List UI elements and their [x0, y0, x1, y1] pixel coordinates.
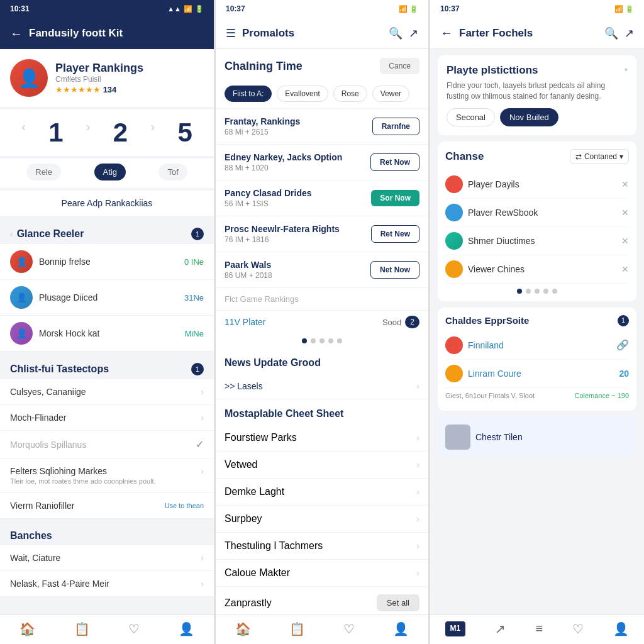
player-profile: 👤 Player Rankings Cmflets Puisil ★★★★★★ … [0, 49, 214, 107]
chanse-section: Chanse ⇄ Contaned ▾ Player Dayils ✕ [438, 142, 636, 301]
filter-chip-0[interactable]: Fiist to A: [225, 86, 272, 102]
pred-btn-0[interactable]: Seconal [447, 108, 495, 126]
rank-btn-4[interactable]: Net Now [370, 261, 419, 279]
bottom-nav-list-3[interactable]: ≡ [535, 621, 543, 636]
rank-btn-2[interactable]: Sor Now [371, 190, 419, 206]
pred-btn-1[interactable]: Nov Builed [500, 108, 558, 126]
news-item-1[interactable]: >> Lasels › [216, 374, 428, 399]
bottom-nav-home-1[interactable]: 🏠 [19, 621, 35, 636]
bottom-nav-list-2[interactable]: 📋 [289, 621, 305, 636]
player-sub: Cmflets Puisil [55, 75, 143, 84]
cs-item-4[interactable]: Thestuling I Tachmers › [216, 533, 428, 560]
player-rating: 134 [103, 85, 117, 94]
ranking-title-1: Edney Narkey, Jacks Option [225, 152, 370, 162]
branch-name-1: Wait, Ciature [10, 553, 60, 563]
bottom-nav-profile-1[interactable]: 👤 [179, 621, 194, 636]
ranking-info-4: Paark Wals 86 UM + 2018 [225, 260, 370, 280]
back-button-3[interactable]: ← [440, 26, 453, 40]
avatar-2: 👤 [10, 286, 33, 309]
checklist-item-4[interactable]: Felters Sqliohing Markes › Tleir loe, mo… [0, 458, 214, 493]
list-item-3: 👤 Morsk Hock kat MiNe [0, 316, 214, 352]
chaldes-item-1[interactable]: Linram Coure 20 [445, 360, 629, 388]
search-button-3[interactable]: 🔍 [604, 26, 618, 40]
checklist-item-2[interactable]: Moch-Flinader › [0, 405, 214, 431]
checklist-name-5: Vierm Raniofiller [10, 501, 74, 511]
tab-rele[interactable]: Rele [26, 164, 61, 180]
filter-chip-1[interactable]: Evallovent [277, 86, 328, 102]
share-button-3[interactable]: ↗ [625, 26, 634, 40]
plater-link[interactable]: 11V Plater [225, 317, 265, 327]
close-x-1[interactable]: ✕ [621, 208, 629, 218]
set-all-btn[interactable]: Set all [377, 594, 419, 611]
bottom-nav-home-2[interactable]: 🏠 [235, 621, 251, 636]
cs-item-0[interactable]: Fourstiew Parks › [216, 425, 428, 452]
nav-title-3: Farter Fochels [459, 27, 598, 40]
back-button-1[interactable]: ← [10, 26, 23, 41]
close-x-0[interactable]: ✕ [621, 179, 629, 189]
add-rankings-btn[interactable]: Peare Adp Rankackiias [0, 191, 214, 216]
checklist-item-5[interactable]: Vierm Raniofiller Use to thean [0, 493, 214, 519]
bottom-nav-share-3[interactable]: ↗ [495, 621, 506, 636]
cs-item-2[interactable]: Demke Laght › [216, 479, 428, 506]
chaldes-item-0[interactable]: Finniland 🔗 [445, 331, 629, 360]
bottom-nav-fav-3[interactable]: ♡ [572, 621, 584, 636]
bottom-nav-m1[interactable]: M1 [445, 621, 466, 636]
nav-header-1: ← Fandusily foott Kit [0, 18, 214, 49]
rank-btn-3[interactable]: Ret New [371, 225, 419, 243]
tab-atig[interactable]: Atig [94, 164, 126, 180]
ranking-3: Prosc Neewlr-Fatera Rights 76 IM + 1816 … [216, 216, 428, 252]
pagination-dots-2 [216, 333, 428, 348]
ranking-0: Frantay, Rankings 68 Mi + 2615 Rarnfne [216, 109, 428, 145]
cs-item-3[interactable]: Surpbey › [216, 506, 428, 533]
checklist-item-3[interactable]: Morquolis Spillanus ✓ [0, 431, 214, 458]
chaining-title: Chalning Time [225, 60, 303, 73]
mid-arrow-2: › [150, 119, 155, 146]
ranking-1: Edney Narkey, Jacks Option 88 Mi + 1020 … [216, 145, 428, 180]
ranking-meta-2: 56 IM + 1SIS [225, 199, 371, 208]
chaldes-val-1: 20 [619, 369, 629, 379]
bottom-nav-list-1[interactable]: 📋 [74, 621, 90, 636]
chanse-select[interactable]: ⇄ Contaned ▾ [570, 149, 629, 164]
ranking-info-1: Edney Narkey, Jacks Option 88 Mi + 1020 [225, 152, 370, 172]
tab-tof[interactable]: Tof [158, 164, 187, 180]
chanse-name-2: Shmer Diuctimes [468, 236, 535, 246]
cs-item-5[interactable]: Caloue Makter › [216, 560, 428, 587]
cs-name-6: Zanprastly [225, 597, 272, 609]
dot-4 [328, 338, 333, 343]
cs-chevron-0: › [416, 433, 419, 443]
filter-chip-3[interactable]: Vewer [372, 86, 409, 102]
bottom-nav-fav-1[interactable]: ♡ [128, 621, 140, 636]
stat-num-3: 5 [177, 119, 192, 146]
chanse-dot-3 [445, 260, 463, 278]
cs-chevron-2: › [416, 487, 419, 497]
bottom-nav-fav-2[interactable]: ♡ [343, 621, 355, 636]
bottom-nav-profile-2[interactable]: 👤 [393, 621, 409, 636]
close-x-2[interactable]: ✕ [621, 236, 629, 246]
chest-icon [445, 425, 470, 450]
filter-chip-2[interactable]: Rose [333, 86, 367, 102]
ranking-title-0: Frantay, Rankings [225, 116, 372, 126]
branch-item-1[interactable]: Wait, Ciature › [0, 545, 214, 571]
branch-item-2[interactable]: Nelask, Fast 4-Paire Meir › [0, 571, 214, 597]
pagination-dots-3 [445, 284, 629, 294]
p3-dot-1 [517, 289, 522, 294]
close-x-3[interactable]: ✕ [621, 264, 629, 274]
phone-3: 10:37 📶 🔋 ← Farter Fochels 🔍 ↗ Playte pl… [430, 0, 644, 644]
search-button-2[interactable]: 🔍 [389, 26, 402, 40]
branches-title: Banches [10, 530, 52, 541]
menu-button-2[interactable]: ☰ [226, 26, 236, 40]
list-item-1: 👤 Bonnip frelse 0 INe [0, 244, 214, 280]
branches-section: Banches Wait, Ciature › Nelask, Fast 4-P… [0, 524, 214, 597]
cancel-btn[interactable]: Cance [380, 58, 419, 74]
rank-btn-0[interactable]: Rarnfne [372, 118, 419, 135]
cs-chevron-3: › [416, 514, 419, 524]
bottom-nav-profile-3[interactable]: 👤 [613, 621, 629, 636]
rank-btn-1[interactable]: Ret Now [370, 153, 419, 171]
p3-dot-5 [552, 289, 557, 294]
checklist-item-1[interactable]: Culsyes, Cananiige › [0, 379, 214, 405]
cs-item-1[interactable]: Vetwed › [216, 452, 428, 479]
time-1: 10:31 [10, 4, 30, 13]
chaldes-icon-0: 🔗 [616, 339, 629, 351]
cs-item-6[interactable]: Zanprastly Set all [216, 587, 428, 614]
share-button-2[interactable]: ↗ [409, 26, 418, 40]
